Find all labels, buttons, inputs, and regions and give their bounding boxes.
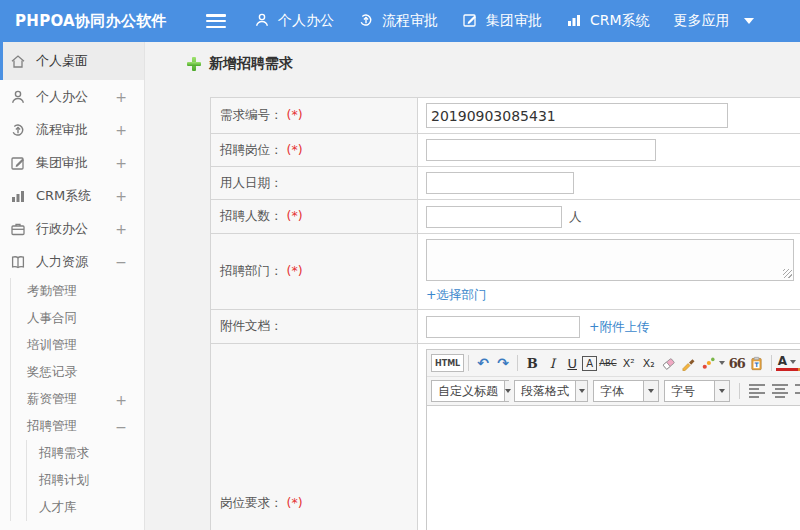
home-icon bbox=[10, 53, 26, 69]
expand-plus-icon[interactable]: + bbox=[115, 392, 127, 408]
sidebar-subitem-attendance[interactable]: 考勤管理 bbox=[11, 278, 144, 305]
bar-chart-icon bbox=[566, 12, 582, 31]
nav-label: 集团审批 bbox=[486, 12, 542, 30]
resize-grip-icon[interactable] bbox=[783, 269, 792, 278]
nav-more-apps[interactable]: 更多应用 bbox=[674, 12, 754, 30]
expand-plus-icon[interactable]: + bbox=[115, 155, 127, 171]
unit-suffix: 人 bbox=[569, 209, 582, 224]
select-department-link[interactable]: +选择部门 bbox=[426, 287, 486, 304]
subitem-label: 人事合同 bbox=[27, 310, 77, 327]
sidebar-item-admin-office[interactable]: 行政办公 + bbox=[0, 212, 144, 245]
form-row-recruit-department: 招聘部门：(*) +选择部门 bbox=[211, 234, 800, 310]
html-source-button[interactable]: HTML bbox=[431, 354, 464, 372]
editor-content-area[interactable] bbox=[427, 406, 800, 530]
superscript-button[interactable]: X² bbox=[619, 352, 639, 374]
eraser-icon[interactable] bbox=[659, 352, 679, 374]
workflow-icon bbox=[358, 12, 374, 31]
subscript-button[interactable]: X₂ bbox=[639, 352, 659, 374]
sidebar-subitem-recruit-plan[interactable]: 招聘计划 bbox=[27, 467, 144, 494]
add-icon bbox=[187, 57, 201, 71]
collapse-minus-icon[interactable]: − bbox=[115, 254, 127, 270]
user-icon bbox=[10, 89, 26, 105]
sidebar-subitem-recruit-demand[interactable]: 招聘需求 bbox=[27, 440, 144, 467]
editor-toolbar-row2: 自定义标题 段落格式 字体 字号 bbox=[427, 377, 800, 406]
font-size-select[interactable]: 字号 bbox=[664, 380, 730, 402]
strikethrough-button[interactable]: ABC bbox=[597, 352, 618, 374]
subitem-label: 培训管理 bbox=[27, 337, 77, 354]
paste-icon[interactable]: T bbox=[747, 352, 767, 374]
recruit-position-input[interactable] bbox=[426, 139, 656, 161]
sidebar-item-group-approval[interactable]: 集团审批 + bbox=[0, 146, 144, 179]
page-title-text: 新增招聘需求 bbox=[209, 55, 293, 73]
sidebar-item-label: 个人办公 bbox=[36, 88, 88, 106]
font-family-select[interactable]: 字体 bbox=[593, 380, 659, 402]
sidebar-subitem-personnel-contract[interactable]: 人事合同 bbox=[11, 305, 144, 332]
menu-toggle-icon[interactable] bbox=[206, 14, 226, 28]
nav-workflow-approval[interactable]: 流程审批 bbox=[358, 12, 438, 31]
sidebar-subitem-recruitment[interactable]: 招聘管理 − bbox=[11, 413, 144, 440]
toolbar-divider bbox=[771, 355, 772, 371]
attachment-input[interactable] bbox=[426, 316, 580, 338]
hr-submenu: 考勤管理 人事合同 培训管理 奖惩记录 薪资管理 + 招聘管理 − 招聘需求 招… bbox=[10, 278, 144, 521]
align-center-icon[interactable] bbox=[770, 381, 790, 401]
field-label-cell: 招聘人数：(*) bbox=[211, 200, 418, 234]
sidebar-subitem-rewards-punishments[interactable]: 奖惩记录 bbox=[11, 359, 144, 386]
blockquote-button[interactable]: 66 bbox=[727, 352, 747, 374]
form-row-attachment: 附件文档： +附件上传 bbox=[211, 310, 800, 344]
expand-plus-icon[interactable]: + bbox=[115, 122, 127, 138]
sidebar-item-crm-system[interactable]: CRM系统 + bbox=[0, 179, 144, 212]
sidebar-subitem-training[interactable]: 培训管理 bbox=[11, 332, 144, 359]
field-control-cell bbox=[418, 134, 800, 167]
font-style-button[interactable]: A bbox=[582, 356, 597, 371]
page-title: 新增招聘需求 bbox=[187, 55, 800, 73]
custom-heading-select[interactable]: 自定义标题 bbox=[431, 380, 509, 402]
approval-edit-icon bbox=[462, 12, 478, 31]
font-color-button[interactable]: A bbox=[776, 355, 798, 371]
align-right-icon[interactable] bbox=[793, 381, 800, 401]
quick-format-icon[interactable] bbox=[699, 352, 727, 374]
sidebar-item-label: 人力资源 bbox=[36, 253, 88, 271]
nav-label: 更多应用 bbox=[674, 12, 730, 30]
recruit-department-textarea[interactable] bbox=[426, 239, 794, 281]
subitem-label: 招聘需求 bbox=[39, 445, 89, 462]
user-icon bbox=[254, 12, 270, 31]
field-control-cell bbox=[418, 167, 800, 200]
redo-button[interactable]: ↷ bbox=[493, 352, 513, 374]
underline-button[interactable]: U bbox=[562, 352, 582, 374]
sidebar-subitem-salary[interactable]: 薪资管理 + bbox=[11, 386, 144, 413]
caret-down-icon bbox=[643, 381, 658, 401]
collapse-minus-icon[interactable]: − bbox=[115, 419, 127, 435]
expand-plus-icon[interactable]: + bbox=[115, 221, 127, 237]
sidebar-item-workflow-approval[interactable]: 流程审批 + bbox=[0, 113, 144, 146]
field-label-cell: 招聘部门：(*) bbox=[211, 234, 418, 310]
attachment-upload-link[interactable]: +附件上传 bbox=[589, 319, 649, 334]
paragraph-format-select[interactable]: 段落格式 bbox=[514, 380, 588, 402]
hr-book-icon bbox=[10, 254, 26, 270]
nav-crm-system[interactable]: CRM系统 bbox=[566, 12, 650, 31]
sidebar-subitem-talent-pool[interactable]: 人才库 bbox=[27, 494, 144, 521]
toolbar-divider bbox=[468, 355, 469, 371]
field-label: 招聘部门： bbox=[220, 263, 283, 278]
sidebar-item-personal-office[interactable]: 个人办公 + bbox=[0, 80, 144, 113]
expand-plus-icon[interactable]: + bbox=[115, 188, 127, 204]
required-mark: (*) bbox=[287, 263, 303, 278]
sidebar-item-label: 集团审批 bbox=[36, 154, 88, 172]
hiring-date-input[interactable] bbox=[426, 172, 574, 194]
bold-button[interactable]: B bbox=[522, 352, 542, 374]
rich-text-editor: HTML ↶ ↷ B I U A ABC X² X₂ bbox=[426, 349, 800, 530]
nav-group-approval[interactable]: 集团审批 bbox=[462, 12, 542, 31]
caret-down-icon bbox=[790, 360, 796, 364]
field-label: 招聘人数： bbox=[220, 208, 283, 223]
expand-plus-icon[interactable]: + bbox=[115, 89, 127, 105]
nav-personal-office[interactable]: 个人办公 bbox=[254, 12, 334, 31]
format-brush-icon[interactable] bbox=[679, 352, 699, 374]
nav-label: CRM系统 bbox=[590, 12, 650, 30]
align-left-icon[interactable] bbox=[747, 381, 767, 401]
undo-button[interactable]: ↶ bbox=[473, 352, 493, 374]
sidebar-item-human-resources[interactable]: 人力资源 − bbox=[0, 245, 144, 278]
field-label-cell: 招聘岗位：(*) bbox=[211, 134, 418, 167]
recruit-count-input[interactable] bbox=[426, 206, 562, 228]
italic-button[interactable]: I bbox=[542, 352, 562, 374]
demand-number-input[interactable] bbox=[426, 103, 728, 128]
sidebar-item-personal-desktop[interactable]: 个人桌面 bbox=[0, 42, 144, 80]
